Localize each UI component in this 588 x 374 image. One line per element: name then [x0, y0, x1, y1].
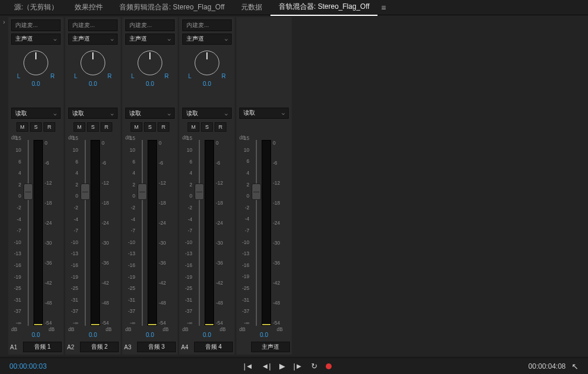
record-arm-button[interactable]: R — [44, 122, 55, 132]
automation-mode-dropdown[interactable]: 读取⌵ — [125, 108, 175, 119]
tab-effect-controls[interactable]: 效果控件 — [66, 0, 111, 15]
input-dropdown[interactable]: 内建麦... — [182, 19, 232, 31]
panel-menu-icon[interactable]: ≡ — [381, 3, 386, 12]
automation-mode-dropdown[interactable]: 读取⌵ — [182, 108, 232, 119]
fader-handle[interactable] — [138, 183, 147, 200]
db-label: dB — [68, 135, 74, 141]
fader-track[interactable] — [196, 140, 203, 326]
fader-handle[interactable] — [252, 183, 261, 200]
fader-handle[interactable] — [24, 183, 33, 200]
input-dropdown[interactable]: 内建麦... — [125, 19, 175, 31]
volume-value[interactable]: 0.0 — [146, 332, 154, 338]
scale-tick: -16 — [14, 262, 21, 268]
pan-knob[interactable] — [24, 51, 48, 75]
db-label: dB — [239, 135, 245, 141]
record-arm-button[interactable]: R — [101, 122, 112, 132]
mute-button[interactable]: M — [74, 122, 85, 132]
loop-icon[interactable]: ↻ — [311, 362, 318, 370]
output-dropdown[interactable]: 主声道⌵ — [11, 34, 61, 45]
chevron-down-icon: ⌵ — [111, 111, 113, 116]
solo-button[interactable]: S — [87, 122, 99, 132]
automation-mode-dropdown[interactable]: 读取⌵ — [239, 108, 289, 119]
volume-value[interactable]: 0.0 — [203, 332, 211, 338]
meter-scale-right: 0-6-12-18-24-30-36-42-48-54dB — [43, 135, 56, 332]
scale-tick: 2 — [132, 182, 135, 188]
fader-track[interactable] — [253, 140, 260, 326]
output-dropdown[interactable]: 主声道⌵ — [125, 34, 175, 45]
pan-knob[interactable] — [138, 51, 162, 75]
scale-tick: -37 — [71, 308, 78, 314]
scale-tick: -42 — [273, 280, 280, 286]
mute-button[interactable]: M — [131, 122, 142, 132]
scale-tick: 0 — [216, 140, 219, 146]
meter-scale-right: 0-6-12-18-24-30-36-42-48-54dB — [214, 135, 227, 332]
volume-value[interactable]: 0.0 — [89, 332, 97, 338]
meter-scale-right: 0-6-12-18-24-30-36-42-48-54dB — [271, 135, 284, 332]
channel-strip: 内建麦... 主声道⌵ LR 0.0 读取⌵ M S R dB15106420-… — [179, 17, 235, 355]
scale-tick: -54 — [273, 320, 280, 326]
channel-strip: 内建麦... 主声道⌵ LR 0.0 读取⌵ M S R dB15106420-… — [122, 17, 178, 355]
scale-tick: -24 — [273, 220, 280, 226]
scale-tick: -54 — [45, 320, 52, 326]
scale-tick: -18 — [102, 200, 109, 206]
mute-button[interactable]: M — [188, 122, 199, 132]
volume-value[interactable]: 0.0 — [260, 332, 268, 338]
tab-audio-track-mixer[interactable]: 音轨混合器: Stereo_Flag_Off — [270, 0, 378, 16]
automation-mode-dropdown[interactable]: 读取⌵ — [68, 108, 118, 119]
track-name-field[interactable]: 音频 3 — [137, 342, 176, 352]
record-arm-button[interactable]: R — [215, 122, 226, 132]
track-name-field[interactable]: 音频 4 — [194, 342, 233, 352]
scale-tick: 0 — [246, 193, 249, 199]
tab-audio-clip-mixer[interactable]: 音频剪辑混合器: Stereo_Flag_Off — [111, 0, 233, 15]
go-to-in-icon[interactable]: |◄ — [243, 362, 253, 370]
step-back-icon[interactable]: ◄| — [261, 362, 270, 370]
pan-value[interactable]: 0.0 — [203, 81, 211, 87]
timecode-out[interactable]: 00:00:04:08 — [529, 362, 566, 370]
pan-value[interactable]: 0.0 — [32, 81, 40, 87]
tab-source[interactable]: 源:（无剪辑） — [6, 0, 66, 15]
input-dropdown[interactable]: 内建麦... — [68, 19, 118, 31]
fader-handle[interactable] — [195, 183, 204, 200]
scale-tick: -19 — [71, 274, 78, 280]
expand-toggle-icon[interactable]: › — [0, 15, 8, 356]
track-name-field[interactable]: 音频 1 — [23, 342, 62, 352]
track-name-field[interactable]: 音频 2 — [80, 342, 119, 352]
mute-button[interactable]: M — [16, 122, 28, 132]
solo-button[interactable]: S — [30, 122, 42, 132]
track-name-field[interactable]: 主声道 — [251, 342, 290, 352]
automation-mode-dropdown[interactable]: 读取⌵ — [11, 108, 61, 119]
play-icon[interactable]: ▶ — [279, 362, 285, 370]
fader-handle[interactable] — [81, 183, 90, 200]
volume-value[interactable]: 0.0 — [32, 332, 40, 338]
scale-tick: -6 — [102, 160, 106, 166]
output-dropdown[interactable]: 主声道⌵ — [182, 34, 232, 45]
db-label: dB — [68, 326, 74, 332]
scale-tick: 10 — [130, 147, 135, 153]
record-icon[interactable] — [326, 363, 332, 369]
pan-value[interactable]: 0.0 — [89, 81, 97, 87]
mixer-body: › 内建麦... 主声道⌵ LR 0.0 读取⌵ M S R dB1510642… — [0, 15, 588, 356]
tab-metadata[interactable]: 元数据 — [233, 0, 270, 15]
scale-tick: -31 — [185, 297, 192, 303]
pan-value[interactable]: 0.0 — [146, 81, 154, 87]
fader-track[interactable] — [25, 140, 32, 326]
input-dropdown[interactable]: 内建麦... — [11, 19, 61, 31]
scale-tick: -19 — [185, 274, 192, 280]
fader-track[interactable] — [139, 140, 146, 326]
fader-scale-left: dB15106420-2-4-7-10-13-16-19-25-31-37-∞d… — [10, 135, 23, 332]
solo-button[interactable]: S — [201, 122, 213, 132]
fader-track[interactable] — [82, 140, 89, 326]
scale-tick: 6 — [18, 159, 21, 165]
solo-button[interactable]: S — [144, 122, 156, 132]
step-forward-icon[interactable]: |► — [293, 362, 303, 370]
output-dropdown[interactable]: 主声道⌵ — [68, 34, 118, 45]
pan-knob[interactable] — [195, 51, 219, 75]
scale-tick: -13 — [242, 251, 249, 256]
chevron-down-icon: ⌵ — [225, 111, 228, 116]
scale-tick: -31 — [242, 297, 249, 303]
scale-tick: 2 — [189, 182, 192, 188]
scale-tick: -13 — [128, 251, 135, 256]
record-arm-button[interactable]: R — [158, 122, 169, 132]
timecode-in[interactable]: 00:00:00:03 — [9, 362, 46, 370]
pan-knob[interactable] — [81, 51, 105, 75]
